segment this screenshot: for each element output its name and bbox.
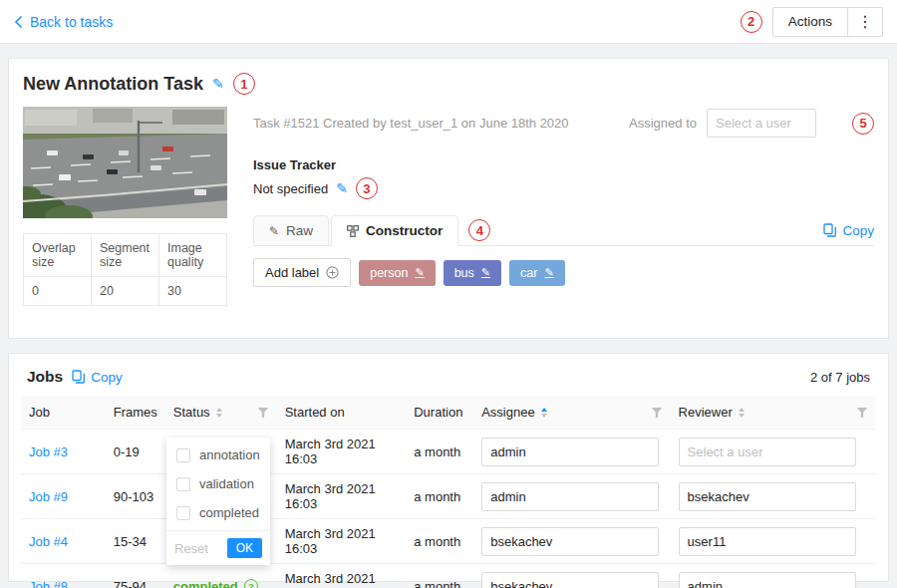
task-body: Overlap size Segment size Image quality … <box>23 107 874 306</box>
label-chip-bus[interactable]: bus ✎ <box>444 260 501 286</box>
top-bar: Back to tasks 2 Actions ⋮ <box>0 0 897 44</box>
param-header-segment: Segment size <box>92 234 159 277</box>
job-started: March 3rd 2021 16:03 <box>277 474 407 519</box>
topbar-right: 2 Actions ⋮ <box>741 7 883 37</box>
actions-menu-button[interactable]: ⋮ <box>847 7 883 37</box>
filter-status-icon[interactable] <box>257 407 269 419</box>
job-duration: a month <box>406 519 473 564</box>
param-value-quality: 30 <box>159 277 227 306</box>
label-chip-bus-name: bus <box>454 266 474 280</box>
job-assignee-input[interactable] <box>481 482 659 511</box>
jobs-copy-link[interactable]: Copy <box>72 370 123 385</box>
job-assignee-input[interactable] <box>481 572 659 588</box>
column-header-job: Job <box>21 396 106 430</box>
add-label-button[interactable]: Add label <box>253 258 351 287</box>
add-label-text: Add label <box>265 265 319 280</box>
task-title-row: New Annotation Task ✎ 1 <box>23 73 874 95</box>
filter-reviewer-icon[interactable] <box>856 407 868 419</box>
filter-option-label: annotation <box>199 447 260 462</box>
filter-option-validation[interactable]: validation <box>166 469 270 498</box>
job-reviewer-input[interactable] <box>679 572 856 588</box>
annotation-mark-5: 5 <box>852 113 874 135</box>
cvat-task-page: Back to tasks 2 Actions ⋮ New Annotation… <box>0 0 897 588</box>
task-title: New Annotation Task <box>23 74 203 95</box>
plus-circle-icon <box>326 266 339 279</box>
back-to-tasks-link[interactable]: Back to tasks <box>14 14 113 30</box>
job-status: completed ? <box>165 564 277 588</box>
filter-ok-button[interactable]: OK <box>227 538 262 558</box>
checkbox-icon[interactable] <box>176 477 190 491</box>
task-right-column: Task #1521 Created by test_user_1 on Jun… <box>253 107 874 306</box>
job-link[interactable]: Job #4 <box>29 534 68 549</box>
assigned-to-label: Assigned to <box>629 116 697 131</box>
actions-button[interactable]: Actions <box>772 7 848 37</box>
jobs-card: Jobs Copy 2 of 7 jobs Job Frames <box>8 353 889 582</box>
copy-icon <box>823 223 836 237</box>
job-reviewer-input[interactable] <box>679 527 856 556</box>
issue-tracker-value: Not specified <box>253 181 328 196</box>
task-params-table: Overlap size Segment size Image quality … <box>23 233 227 306</box>
copy-icon <box>72 370 85 384</box>
edit-title-icon[interactable]: ✎ <box>212 76 224 92</box>
jobs-table: Job Frames Status Started on Duration <box>21 396 876 588</box>
jobs-table-header-row: Job Frames Status Started on Duration <box>21 396 876 430</box>
labels-copy-link[interactable]: Copy <box>823 223 874 238</box>
checkbox-icon[interactable] <box>176 448 190 462</box>
sort-assignee-icon[interactable] <box>541 408 547 418</box>
label-editor-tabbar: ✎ Raw Constructor 4 <box>253 215 874 246</box>
edit-label-icon[interactable]: ✎ <box>415 266 424 279</box>
param-header-overlap: Overlap size <box>24 234 92 277</box>
tab-constructor[interactable]: Constructor <box>331 215 458 246</box>
filter-option-label: completed <box>199 505 259 520</box>
task-assignee-input[interactable] <box>707 109 816 138</box>
job-link[interactable]: Job #9 <box>29 489 68 504</box>
jobs-title: Jobs <box>27 368 63 386</box>
column-header-assignee: Assignee <box>473 396 670 430</box>
filter-reset-button[interactable]: Reset <box>174 541 208 556</box>
checkbox-icon[interactable] <box>176 506 190 520</box>
more-vertical-icon: ⋮ <box>857 13 873 30</box>
job-link[interactable]: Job #8 <box>29 579 68 588</box>
label-chip-car[interactable]: car ✎ <box>509 260 565 286</box>
param-value-segment: 20 <box>92 277 159 306</box>
task-preview-image <box>23 107 227 218</box>
tab-raw-label: Raw <box>286 223 313 238</box>
assignee-header-label: Assignee <box>481 405 534 420</box>
status-filter-dropdown: annotation validation completed Reset OK <box>166 438 270 565</box>
back-chevron-icon <box>14 15 23 29</box>
column-header-status: Status <box>165 396 277 430</box>
param-value-overlap: 0 <box>24 277 92 306</box>
filter-option-completed[interactable]: completed <box>166 498 270 527</box>
edit-label-icon[interactable]: ✎ <box>481 266 490 279</box>
assigned-to-group: Assigned to 5 <box>629 109 874 138</box>
reviewer-header-label: Reviewer <box>679 405 733 420</box>
job-frames: 15-34 <box>106 519 165 564</box>
annotation-mark-4: 4 <box>468 219 490 241</box>
label-chip-car-name: car <box>520 266 537 280</box>
job-row-8: Job #8 75-94 completed ? March 3rd 2021 … <box>21 564 876 588</box>
job-frames: 0-19 <box>106 430 165 474</box>
sort-status-icon[interactable] <box>216 408 222 418</box>
tab-raw[interactable]: ✎ Raw <box>253 215 329 246</box>
label-constructor-content: Add label person ✎ bus ✎ <box>253 246 874 299</box>
job-reviewer-input[interactable] <box>679 482 856 511</box>
edit-label-icon[interactable]: ✎ <box>544 266 553 279</box>
job-assignee-input[interactable] <box>481 527 659 556</box>
jobs-copy-label: Copy <box>91 370 123 385</box>
sort-reviewer-icon[interactable] <box>739 408 745 418</box>
job-link[interactable]: Job #3 <box>29 444 68 459</box>
filter-option-annotation[interactable]: annotation <box>166 441 270 469</box>
job-row-3: Job #3 0-19 March 3rd 2021 16:03 a month <box>21 430 876 474</box>
question-circle-icon[interactable]: ? <box>244 579 258 588</box>
column-header-duration: Duration <box>406 396 473 430</box>
job-assignee-input[interactable] <box>481 438 659 466</box>
job-row-9: Job #9 90-103 March 3rd 2021 16:03 a mon… <box>21 474 876 519</box>
label-chip-person[interactable]: person ✎ <box>359 260 435 286</box>
filter-assignee-icon[interactable] <box>651 407 663 419</box>
job-started: March 3rd 2021 16:03 <box>277 430 407 474</box>
edit-issue-tracker-icon[interactable]: ✎ <box>336 180 348 196</box>
job-started: March 3rd 2021 16:03 <box>277 519 407 564</box>
job-reviewer-input[interactable] <box>679 438 856 466</box>
task-details-card: New Annotation Task ✎ 1 <box>8 58 889 339</box>
constructor-icon <box>347 225 359 237</box>
